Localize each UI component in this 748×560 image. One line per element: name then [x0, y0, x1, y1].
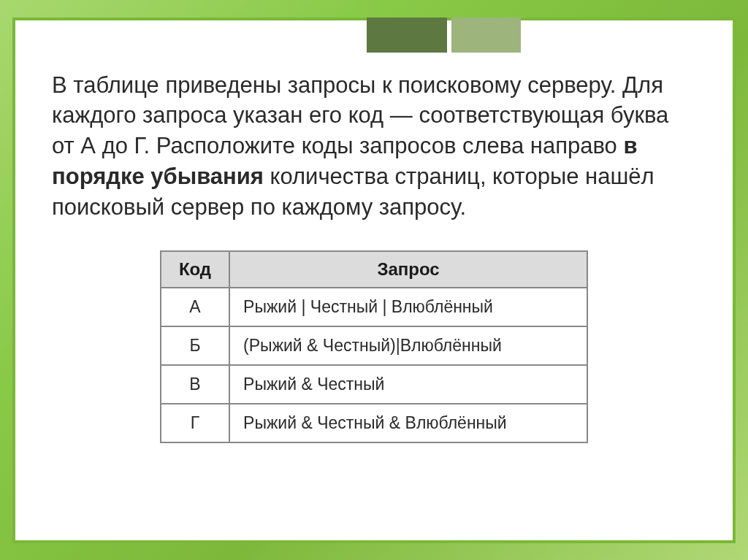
- code-cell: В: [161, 365, 229, 404]
- task-text: В таблице приведены запросы к поисковому…: [52, 70, 696, 223]
- query-cell: (Рыжий & Честный)|Влюблённый: [229, 326, 587, 365]
- table-header-row: Код Запрос: [161, 251, 587, 288]
- deco-bar-light: [451, 18, 521, 53]
- task-text-part1: В таблице приведены запросы к поисковому…: [52, 72, 668, 159]
- query-table: Код Запрос А Рыжий | Честный | Влюблённы…: [160, 250, 588, 443]
- slide-frame: В таблице приведены запросы к поисковому…: [12, 18, 736, 543]
- deco-bar-dark: [367, 18, 447, 53]
- query-cell: Рыжий & Честный: [229, 365, 587, 404]
- query-cell: Рыжий | Честный | Влюблённый: [229, 288, 587, 326]
- code-cell: Г: [161, 404, 229, 442]
- header-code: Код: [161, 251, 229, 288]
- table-row: Б (Рыжий & Честный)|Влюблённый: [161, 326, 587, 365]
- table-row: А Рыжий | Честный | Влюблённый: [161, 288, 587, 326]
- top-decoration: [362, 18, 521, 53]
- query-cell: Рыжий & Честный & Влюблённый: [229, 404, 587, 442]
- table-row: В Рыжий & Честный: [161, 365, 587, 404]
- code-cell: Б: [161, 326, 229, 365]
- table-row: Г Рыжий & Честный & Влюблённый: [161, 404, 587, 442]
- code-cell: А: [161, 288, 229, 326]
- header-query: Запрос: [229, 251, 587, 288]
